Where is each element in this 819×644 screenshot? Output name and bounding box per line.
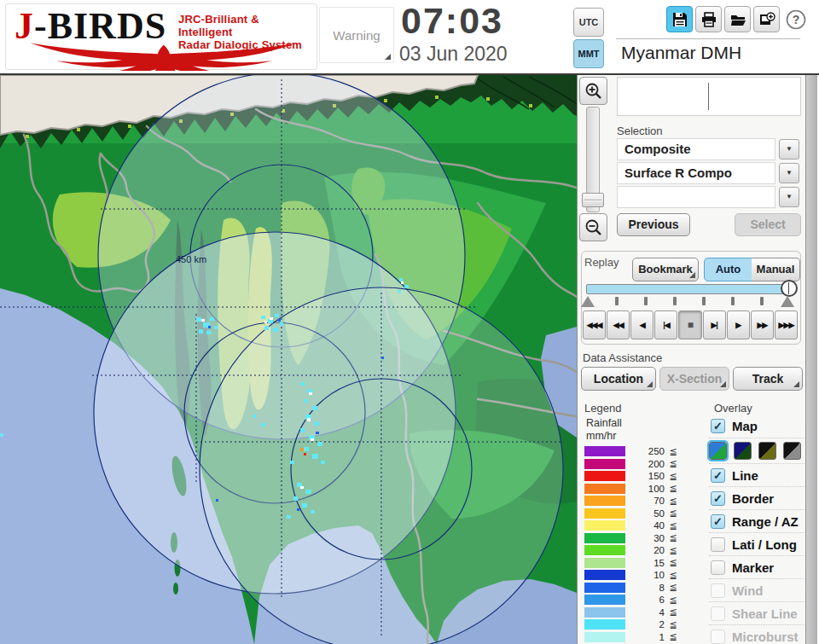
eagle-icon <box>13 40 313 71</box>
replay-slider-track[interactable] <box>586 284 794 294</box>
lati-long-checkbox[interactable] <box>711 537 725 552</box>
overlay-item-lati-long: Lati / Long <box>709 532 804 555</box>
legend-row: 250≦ <box>584 445 697 458</box>
location-button[interactable]: Location <box>581 367 656 391</box>
range-ring-label: 450 km <box>176 254 206 264</box>
step-back-button[interactable]: |◀ <box>654 310 677 339</box>
track-button[interactable]: Track <box>733 367 803 391</box>
legend-row: 6≦ <box>584 594 697 606</box>
overlay-options: ✓ Map ✓ Line ✓ Border ✓ Range / AZ <box>709 415 804 644</box>
print-button[interactable] <box>695 6 722 32</box>
radar-map[interactable]: 450 km <box>0 75 577 644</box>
replay-slider-handle[interactable] <box>781 280 798 297</box>
border-checkbox[interactable]: ✓ <box>711 491 725 506</box>
line-checkbox[interactable]: ✓ <box>711 468 725 483</box>
overlay-label: Overlay <box>714 402 752 415</box>
legend-row: 150≦ <box>584 470 697 483</box>
help-button[interactable]: ? <box>782 6 809 32</box>
zoom-slider-handle[interactable] <box>582 193 604 207</box>
map-style-swatch[interactable] <box>734 442 752 460</box>
legend-row: 15≦ <box>584 557 697 570</box>
clock-time: 07:03 <box>401 0 503 42</box>
slider-start-marker <box>581 296 595 307</box>
map-style-swatch[interactable] <box>758 442 776 460</box>
slider-end-marker <box>781 296 794 307</box>
chevron-down-icon[interactable]: ▼ <box>779 163 799 183</box>
text-cursor <box>708 83 709 110</box>
legend-row: 10≦ <box>584 569 697 582</box>
bookmark-button[interactable]: Bookmark <box>632 258 699 281</box>
legend-row: 100≦ <box>584 483 697 496</box>
header-bar: J-BIRDS JRC-Brilliant & Intelligent Rada… <box>0 0 819 75</box>
map-style-swatch[interactable] <box>709 442 727 460</box>
zoom-out-button[interactable] <box>579 213 607 241</box>
jump-start-button[interactable]: ◀◀◀ <box>583 310 606 339</box>
forward-button[interactable]: ▶▶ <box>751 310 774 339</box>
slider-tick <box>673 297 677 305</box>
previous-button[interactable]: Previous <box>617 213 690 236</box>
chevron-down-icon[interactable]: ▼ <box>779 139 799 160</box>
folder-icon <box>729 11 746 28</box>
open-folder-button[interactable] <box>724 6 751 32</box>
product-dropdown-2[interactable]: Surface R Compo <box>617 162 775 184</box>
add-image-button[interactable] <box>753 6 780 32</box>
legend-swatch <box>584 533 625 543</box>
legend-row: 8≦ <box>584 582 697 595</box>
legend-row: 20≦ <box>584 544 697 557</box>
selection-label: Selection <box>617 125 662 137</box>
zoom-out-icon <box>584 218 603 237</box>
legend-unit-line1: Rainfall <box>586 417 622 429</box>
station-name: Myanmar DMH <box>621 43 741 63</box>
product-dropdown-3[interactable] <box>617 186 775 208</box>
legend-row: 200≦ <box>584 458 697 471</box>
add-image-icon <box>758 11 775 28</box>
legend-swatch <box>584 558 625 568</box>
legend-swatch <box>584 496 625 506</box>
step-forward-button[interactable]: ▶| <box>703 310 726 339</box>
legend-swatch <box>584 520 625 531</box>
zoom-in-button[interactable] <box>579 77 607 105</box>
chevron-down-icon[interactable]: ▼ <box>779 187 799 207</box>
overlay-item-range-az: ✓ Range / AZ <box>709 509 804 532</box>
marker-checkbox[interactable] <box>711 560 725 575</box>
rewind-button[interactable]: ◀◀ <box>607 310 630 339</box>
overlay-item-border: ✓ Border <box>709 486 804 509</box>
warning-button[interactable]: Warning <box>319 7 394 63</box>
overlay-item-wind: Wind <box>709 578 804 601</box>
overlay-item-marker: Marker <box>709 555 804 578</box>
slider-tick <box>760 297 764 305</box>
data-assistance-label: Data Assistance <box>583 351 662 364</box>
jbirds-logo: J-BIRDS JRC-Brilliant & Intelligent Rada… <box>5 3 317 70</box>
play-reverse-button[interactable]: ◀ <box>630 310 653 339</box>
play-button[interactable]: ▶ <box>727 310 750 339</box>
product-dropdown-1[interactable]: Composite <box>617 138 775 160</box>
range-az-checkbox[interactable]: ✓ <box>711 514 725 529</box>
manual-mode-button[interactable]: Manual <box>752 258 800 281</box>
control-panel: Selection Composite ▼ Surface R Compo ▼ … <box>577 75 805 644</box>
save-button[interactable] <box>666 6 693 32</box>
legend-swatch <box>584 595 625 605</box>
map-style-swatch[interactable] <box>783 442 801 460</box>
auto-mode-button[interactable]: Auto <box>704 258 752 281</box>
panel-collapse-handle[interactable] <box>805 38 817 644</box>
legend-swatch <box>584 471 625 481</box>
info-textbox[interactable] <box>617 77 801 116</box>
legend-row: 1≦ <box>584 631 697 644</box>
legend-swatch <box>584 545 625 555</box>
rainfall-legend: 250≦ 200≦ 150≦ 100≦ 70≦ 50≦ 40≦ 30≦ 20≦ … <box>584 445 697 643</box>
overlay-item-shear-line: Shear Line <box>709 601 804 624</box>
replay-label: Replay <box>584 256 619 269</box>
clock-date: 03 Jun 2020 <box>399 43 508 66</box>
legend-swatch <box>584 607 625 618</box>
legend-swatch <box>584 459 625 469</box>
legend-row: 2≦ <box>584 618 697 631</box>
mmt-toggle-button[interactable]: MMT <box>573 39 604 68</box>
stop-button[interactable]: ■ <box>678 310 701 339</box>
map-checkbox[interactable]: ✓ <box>711 419 725 433</box>
jump-end-button[interactable]: ▶▶▶ <box>775 310 798 339</box>
playback-controls: ◀◀◀ ◀◀ ◀ |◀ ■ ▶| ▶ ▶▶ ▶▶▶ <box>583 310 798 341</box>
help-icon: ? <box>785 9 807 31</box>
utc-toggle-button[interactable]: UTC <box>573 8 604 37</box>
slider-tick <box>731 297 735 305</box>
overlay-item-microburst: Microburst <box>709 624 804 644</box>
